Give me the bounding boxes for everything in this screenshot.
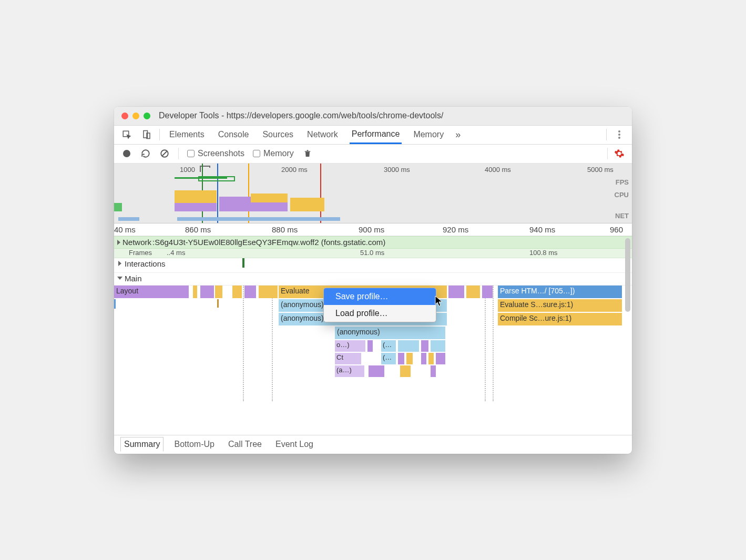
device-icon[interactable] (141, 129, 152, 140)
triangle-right-icon (118, 261, 121, 266)
ruler-tick: 960 (610, 225, 623, 234)
titlebar: Developer Tools - https://developers.goo… (114, 107, 632, 126)
interactions-track[interactable]: Interactions (114, 258, 632, 269)
context-menu: Save profile… Load profile… (323, 288, 436, 322)
menu-load-profile[interactable]: Load profile… (324, 305, 436, 322)
flame-segment[interactable] (367, 340, 373, 352)
tab-event-log[interactable]: Event Log (272, 437, 316, 451)
flame-o[interactable]: o…) (335, 340, 365, 352)
network-resource: :S6g4U3t-Y5UEw0lE80llgEseQY3FEmqw.woff2 … (152, 238, 385, 247)
flame-segment[interactable] (421, 353, 426, 364)
flame-segment[interactable] (244, 286, 256, 298)
overview-tick: 2000 ms (281, 166, 308, 174)
flame-segment[interactable] (398, 340, 419, 352)
record-icon[interactable] (121, 148, 132, 159)
flame-layout[interactable]: Layout (114, 286, 183, 298)
performance-toolbar: Screenshots Memory (114, 145, 632, 164)
network-track-label: Network (122, 238, 151, 247)
triangle-down-icon (117, 277, 122, 280)
reload-icon[interactable] (140, 148, 151, 159)
ruler-tick: 920 ms (443, 225, 468, 234)
screenshots-checkbox[interactable]: Screenshots (187, 149, 244, 158)
flame-segment[interactable] (200, 286, 214, 298)
flame-segment[interactable] (406, 353, 413, 364)
tab-performance[interactable]: Performance (350, 125, 402, 144)
frames-track[interactable]: Frames ..4 ms 51.0 ms 100.8 ms (114, 249, 632, 258)
flame-evaluate-sure[interactable]: Evaluate S…sure.js:1) (498, 299, 622, 312)
svg-point-5 (618, 137, 620, 139)
flame-segment[interactable] (259, 286, 278, 298)
main-label: Main (125, 274, 142, 283)
screenshots-label: Screenshots (198, 149, 244, 158)
overview-tick: 3000 ms (384, 166, 410, 174)
flame-segment[interactable] (436, 353, 445, 364)
flame-segment[interactable] (215, 286, 222, 298)
settings-gear-icon[interactable] (614, 148, 625, 159)
frame-value: 51.0 ms (360, 249, 384, 257)
overview-timeline[interactable]: 1000 2000 ms 3000 ms 4000 ms 5000 ms FPS… (114, 164, 632, 223)
interaction-marker (242, 258, 244, 268)
flame-ct[interactable]: Ct (335, 353, 361, 364)
flame-segment[interactable] (398, 353, 404, 364)
mouse-cursor-icon (435, 296, 444, 307)
more-tabs-icon[interactable]: » (455, 129, 461, 140)
close-icon[interactable] (121, 113, 128, 119)
network-track[interactable]: Network :S6g4U3t-Y5UEw0lE80llgEseQY3FEmq… (114, 236, 632, 249)
menu-save-profile[interactable]: Save profile… (324, 288, 436, 305)
clear-icon[interactable] (159, 148, 170, 159)
trash-icon[interactable] (302, 148, 313, 159)
flame-segment[interactable] (428, 353, 434, 364)
tab-elements[interactable]: Elements (167, 125, 207, 144)
flame-anonymous[interactable]: (anonymous) (335, 327, 445, 339)
overview-tick: 4000 ms (485, 166, 511, 174)
maximize-icon[interactable] (144, 113, 150, 119)
flame-parse-html[interactable]: Parse HTM…/ [705…]) (498, 286, 622, 298)
ruler-tick: 940 ms (529, 225, 555, 234)
inspect-icon[interactable] (121, 129, 132, 140)
flame-paren[interactable]: (… (381, 340, 396, 352)
tab-memory[interactable]: Memory (411, 125, 446, 144)
ruler-tick: 900 ms (359, 225, 384, 234)
flame-segment (114, 299, 116, 309)
triangle-right-icon (117, 240, 120, 245)
frame-value: ..4 ms (167, 249, 185, 257)
tab-summary[interactable]: Summary (120, 437, 163, 452)
memory-checkbox[interactable]: Memory (253, 149, 294, 158)
svg-line-7 (162, 151, 167, 156)
main-track[interactable]: Main (114, 273, 632, 284)
flame-segment[interactable] (431, 340, 445, 352)
devtools-window: Developer Tools - https://developers.goo… (114, 107, 632, 454)
minimize-icon[interactable] (132, 113, 139, 119)
time-ruler[interactable]: 40 ms 860 ms 880 ms 900 ms 920 ms 940 ms… (114, 223, 632, 236)
flame-segment (217, 299, 219, 308)
tab-call-tree[interactable]: Call Tree (225, 437, 265, 451)
bottom-tabs: Summary Bottom-Up Call Tree Event Log (114, 435, 632, 454)
tab-sources[interactable]: Sources (260, 125, 295, 144)
kebab-menu-icon[interactable] (614, 129, 625, 140)
interactions-label: Interactions (125, 259, 166, 268)
svg-point-4 (618, 134, 620, 136)
flame-segment[interactable] (400, 365, 411, 377)
ruler-tick: 860 ms (185, 225, 211, 234)
flame-a[interactable]: (a…) (335, 365, 364, 377)
flame-segment[interactable] (183, 286, 189, 298)
flame-compile[interactable]: Compile Sc…ure.js:1) (498, 313, 622, 325)
tab-console[interactable]: Console (216, 125, 251, 144)
flame-tracks[interactable]: Network :S6g4U3t-Y5UEw0lE80llgEseQY3FEmq… (114, 236, 632, 435)
flame-segment[interactable] (369, 365, 384, 377)
flame-segment[interactable] (431, 365, 436, 377)
flame-segment[interactable] (421, 340, 428, 352)
overview-tick: 5000 ms (587, 166, 614, 174)
overview-row-net: NET (615, 212, 629, 220)
flame-segment[interactable] (193, 286, 197, 298)
flame-segment[interactable] (448, 286, 464, 298)
tab-network[interactable]: Network (305, 125, 340, 144)
flame-segment[interactable] (232, 286, 242, 298)
tab-bottom-up[interactable]: Bottom-Up (171, 437, 217, 451)
overview-row-cpu: CPU (615, 191, 629, 199)
flame-segment[interactable] (482, 286, 493, 298)
flame-paren[interactable]: (… (381, 353, 396, 364)
vertical-scrollbar[interactable] (625, 238, 630, 312)
memory-label: Memory (263, 149, 294, 158)
flame-segment[interactable] (466, 286, 480, 298)
